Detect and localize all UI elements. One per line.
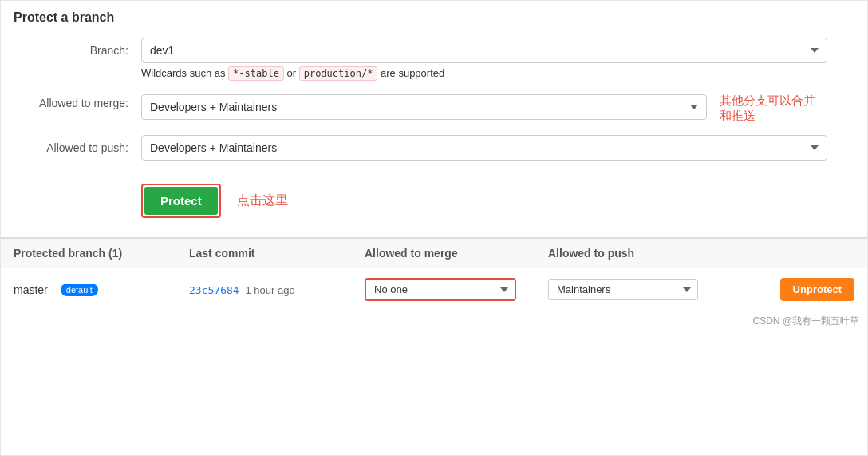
row-push-select[interactable]: Maintainers Developers + Maintainers No … <box>548 279 698 300</box>
wildcards-help: Wildcards such as *-stable or production… <box>141 67 827 79</box>
allowed-merge-label: Allowed to merge: <box>14 90 141 109</box>
page-title: Protect a branch <box>14 10 854 25</box>
commit-cell: 23c57684 1 hour ago <box>189 284 365 296</box>
protect-row: Protect 点击这里 <box>14 172 854 224</box>
wildcard-example1: *-stable <box>228 66 284 81</box>
commit-time: 1 hour ago <box>246 284 295 296</box>
default-badge: default <box>61 284 98 296</box>
branch-label: Branch: <box>14 38 141 57</box>
branch-row: Branch: dev1 Wildcards such as *-stable … <box>14 38 854 79</box>
col-header-commit: Last commit <box>189 247 365 260</box>
allowed-push-select[interactable]: Developers + Maintainers <box>141 135 827 161</box>
allowed-merge-select[interactable]: Developers + Maintainers <box>141 94 707 120</box>
push-cell: Maintainers Developers + Maintainers No … <box>548 279 732 300</box>
unprotect-button[interactable]: Unprotect <box>780 278 854 301</box>
allowed-push-label: Allowed to push: <box>14 135 141 154</box>
table-header: Protected branch (1) Last commit Allowed… <box>1 238 867 268</box>
allowed-merge-row: Allowed to merge: Developers + Maintaine… <box>14 90 854 124</box>
col-header-merge: Allowed to merge <box>365 247 548 260</box>
wildcards-pre: Wildcards such as <box>141 67 228 79</box>
allowed-push-control: Developers + Maintainers <box>141 135 827 161</box>
wildcards-post: are supported <box>377 67 444 79</box>
col-header-branch: Protected branch (1) <box>14 247 189 260</box>
annotation-merge: 其他分支可以合并和推送 <box>720 90 827 124</box>
protect-btn-highlight: Protect <box>141 184 221 218</box>
table-row: master default 23c57684 1 hour ago No on… <box>1 268 867 311</box>
merge-select-wrapper: No one Developers + Maintainers Maintain… <box>365 278 516 301</box>
wildcards-or: or <box>284 67 299 79</box>
allowed-push-row: Allowed to push: Developers + Maintainer… <box>14 135 854 161</box>
page-wrapper: Protect a branch Branch: dev1 Wildcards … <box>0 0 868 456</box>
row-merge-select[interactable]: No one Developers + Maintainers Maintain… <box>366 280 515 299</box>
commit-hash-link[interactable]: 23c57684 <box>189 284 239 296</box>
action-cell: Unprotect <box>732 278 854 301</box>
allowed-merge-control: Developers + Maintainers 其他分支可以合并和推送 <box>141 90 827 124</box>
wildcard-example2: production/* <box>299 66 378 81</box>
branch-cell: master default <box>14 284 189 296</box>
branch-control: dev1 Wildcards such as *-stable or produ… <box>141 38 827 79</box>
protect-branch-form: Protect a branch Branch: dev1 Wildcards … <box>1 1 867 238</box>
watermark: CSDN @我有一颗五叶草 <box>1 311 867 331</box>
protect-button[interactable]: Protect <box>144 187 218 215</box>
branch-select[interactable]: dev1 <box>141 38 827 63</box>
col-header-push: Allowed to push <box>548 247 732 260</box>
protected-branches-section: Protected branch (1) Last commit Allowed… <box>1 238 867 331</box>
branch-name: master <box>14 284 48 296</box>
merge-cell: No one Developers + Maintainers Maintain… <box>365 278 548 301</box>
annotation-click: 点击这里 <box>237 192 288 209</box>
